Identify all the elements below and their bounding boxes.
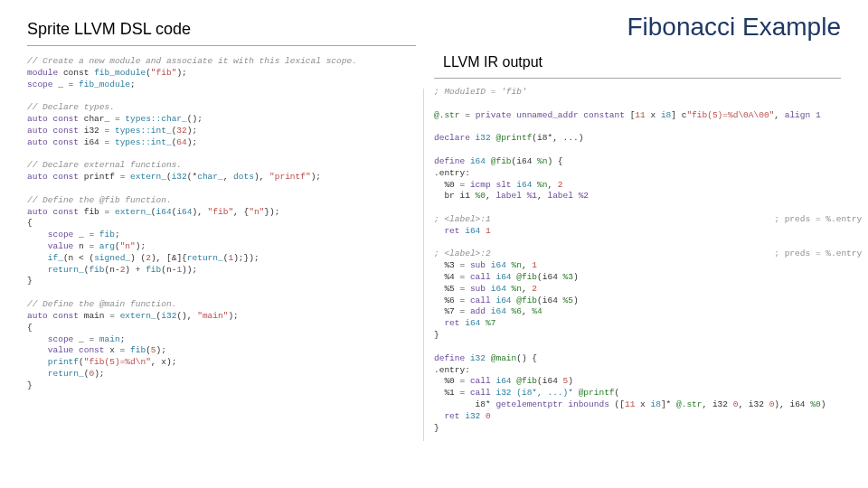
rule-right xyxy=(434,78,841,79)
heading-ir-output: LLVM IR output xyxy=(443,54,542,70)
code-block-dsl: // Create a new module and associate it … xyxy=(27,56,416,392)
slide-title: Fibonacci Example xyxy=(627,13,841,42)
slide-root: Fibonacci Example Sprite LLVM DSL code L… xyxy=(0,0,868,488)
column-divider xyxy=(423,89,424,441)
code-block-ir: ; ModuleID = 'fib' @.str = private unnam… xyxy=(434,87,841,434)
rule-left xyxy=(27,45,416,46)
heading-dsl-code: Sprite LLVM DSL code xyxy=(27,20,191,39)
